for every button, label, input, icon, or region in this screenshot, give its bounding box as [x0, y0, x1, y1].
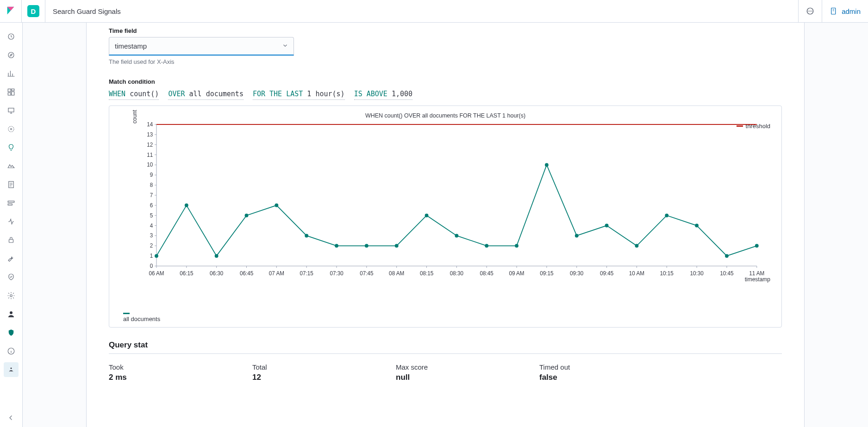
nav-visualize-icon[interactable] [4, 66, 19, 81]
user-label: admin [842, 7, 861, 15]
time-field-label: Time field [109, 27, 782, 34]
query-stat-item: Max scorenull [396, 363, 479, 382]
svg-text:08:30: 08:30 [450, 270, 464, 277]
svg-point-109 [605, 224, 609, 228]
kibana-logo-icon[interactable] [6, 6, 16, 17]
svg-rect-1 [831, 8, 836, 14]
svg-text:06:15: 06:15 [180, 270, 194, 277]
svg-rect-5 [12, 89, 14, 91]
nav-devtools-icon[interactable] [4, 251, 19, 266]
query-stat-value: 12 [252, 373, 336, 382]
query-stat-item: Total12 [252, 363, 336, 382]
newsfeed-button[interactable] [798, 0, 822, 22]
svg-text:11 AM: 11 AM [749, 270, 764, 277]
svg-point-9 [8, 126, 14, 132]
svg-text:10 AM: 10 AM [629, 270, 644, 277]
svg-text:07:45: 07:45 [360, 270, 374, 277]
svg-text:10:15: 10:15 [660, 270, 674, 277]
nav-uptime-icon[interactable] [4, 214, 19, 229]
svg-rect-12 [8, 201, 14, 203]
nav-maps-icon[interactable] [4, 122, 19, 136]
svg-text:07:30: 07:30 [330, 270, 343, 277]
nav-ml-icon[interactable] [4, 140, 19, 155]
match-condition-label: Match condition [109, 78, 782, 85]
svg-text:08:15: 08:15 [420, 270, 434, 277]
svg-text:10: 10 [147, 161, 153, 168]
nav-signals-icon[interactable] [4, 362, 19, 377]
x-axis-label: timestamp [745, 276, 770, 283]
svg-text:3: 3 [150, 232, 153, 239]
svg-text:12: 12 [147, 142, 153, 148]
svg-point-104 [455, 234, 458, 237]
condition-segment[interactable]: OVER all documents [168, 90, 244, 100]
svg-point-107 [545, 163, 549, 167]
svg-rect-4 [8, 89, 11, 92]
svg-text:07 AM: 07 AM [269, 270, 284, 277]
divider [45, 0, 45, 23]
svg-point-95 [185, 204, 188, 207]
chart-body: 0123456789101112131406 AM06:1506:3006:45… [120, 121, 770, 287]
svg-rect-14 [9, 240, 13, 243]
svg-point-111 [665, 214, 668, 217]
nav-recent-icon[interactable] [4, 29, 19, 44]
nav-logs-icon[interactable] [4, 177, 19, 192]
top-bar: D Search Guard Signals admin [0, 0, 868, 23]
svg-text:09:45: 09:45 [600, 270, 614, 277]
nav-siem-icon[interactable] [4, 233, 19, 248]
nav-management-icon[interactable] [4, 288, 19, 303]
nav-apm-icon[interactable] [4, 196, 19, 210]
content-panel: Time field timestamp The field used for … [86, 23, 805, 427]
svg-text:10:30: 10:30 [690, 270, 704, 277]
svg-text:06 AM: 06 AM [149, 270, 164, 277]
svg-point-97 [245, 214, 249, 217]
nav-canvas-icon[interactable] [4, 103, 19, 118]
nav-collapse-icon[interactable] [4, 410, 19, 425]
svg-point-15 [10, 295, 12, 297]
nav-dashboard-icon[interactable] [4, 85, 19, 99]
svg-point-114 [755, 244, 759, 248]
topbar-left: D Search Guard Signals [0, 0, 121, 22]
svg-point-96 [215, 254, 219, 258]
svg-rect-13 [8, 204, 12, 205]
svg-point-3 [8, 52, 14, 58]
svg-rect-7 [8, 93, 11, 95]
legend-series: all documents [123, 313, 160, 322]
space-badge[interactable]: D [27, 5, 39, 17]
svg-point-106 [515, 244, 518, 248]
svg-point-100 [335, 244, 338, 248]
svg-text:2: 2 [150, 242, 153, 249]
svg-point-108 [575, 234, 579, 237]
query-stat-value: 2 ms [109, 373, 192, 382]
query-stat-label: Took [109, 363, 192, 371]
query-stat-label: Max score [396, 363, 479, 371]
chart-card: WHEN count() OVER all documents FOR THE … [109, 105, 782, 328]
nav-monitoring-icon[interactable] [4, 270, 19, 285]
svg-text:06:45: 06:45 [240, 270, 254, 277]
user-menu-button[interactable]: admin [822, 0, 868, 22]
chart-title: WHEN count() OVER all documents FOR THE … [120, 112, 770, 119]
condition-segment[interactable]: FOR THE LAST 1 hour(s) [253, 90, 345, 100]
nav-info-icon[interactable] [4, 344, 19, 359]
svg-text:6: 6 [150, 202, 153, 209]
svg-point-10 [11, 129, 12, 130]
svg-point-99 [305, 234, 308, 237]
condition-segment[interactable]: IS ABOVE 1,000 [354, 90, 412, 100]
svg-text:4: 4 [150, 222, 153, 229]
legend-series-label: all documents [123, 316, 160, 322]
time-field-select[interactable]: timestamp [109, 37, 294, 56]
nav-discover-icon[interactable] [4, 48, 19, 62]
svg-rect-8 [8, 108, 14, 112]
query-stat-value: false [539, 373, 623, 382]
condition-segment[interactable]: WHEN count() [109, 90, 159, 100]
svg-text:10:45: 10:45 [720, 270, 734, 277]
nav-user-icon[interactable] [4, 307, 19, 322]
svg-point-98 [275, 204, 278, 207]
svg-text:06:30: 06:30 [210, 270, 224, 277]
divider [21, 0, 22, 23]
time-field-row: Time field timestamp The field used for … [109, 23, 782, 65]
query-stat-label: Timed out [539, 363, 623, 371]
nav-searchguard-icon[interactable] [4, 325, 19, 340]
nav-infrastructure-icon[interactable] [4, 159, 19, 173]
svg-point-103 [425, 214, 429, 217]
svg-rect-6 [12, 92, 14, 95]
